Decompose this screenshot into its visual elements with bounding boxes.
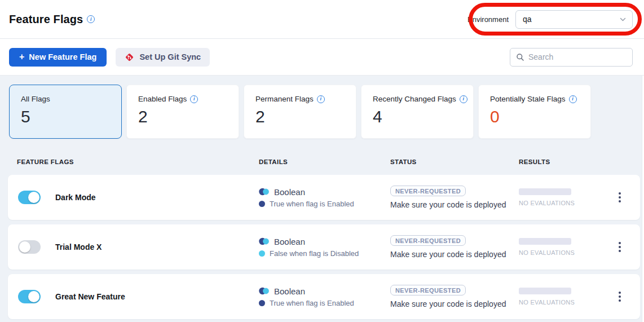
search-input[interactable] (528, 52, 630, 61)
chevron-down-icon (619, 16, 627, 23)
results-text: NO EVALUATIONS (519, 299, 599, 306)
status-cell: NEVER-REQUESTED Make sure your code is d… (390, 186, 519, 209)
status-badge: NEVER-REQUESTED (390, 235, 466, 246)
flag-toggle[interactable] (18, 240, 41, 254)
table-row: Great New Feature Boolean True when flag… (8, 274, 640, 319)
search-icon (516, 53, 524, 61)
stat-card-permanent-flags[interactable]: Permanent Flags i 2 (244, 85, 356, 139)
status-badge: NEVER-REQUESTED (390, 285, 466, 295)
stat-label: Potentially Stale Flags (490, 95, 566, 103)
results-cell: NO EVALUATIONS (519, 288, 599, 306)
flag-detail: False when flag is Disabled (270, 249, 359, 258)
stat-card-all-flags[interactable]: All Flags 5 (9, 85, 122, 139)
stats-row: All Flags 5 Enabled Flags i 2 Permanent … (0, 85, 642, 139)
boolean-type-icon (259, 237, 270, 245)
results-text: NO EVALUATIONS (519, 249, 599, 256)
kebab-menu-icon[interactable] (615, 239, 624, 255)
stat-label: Recently Changed Flags (373, 95, 456, 103)
stat-value: 0 (490, 107, 590, 126)
status-cell: NEVER-REQUESTED Make sure your code is d… (390, 285, 519, 308)
environment-select[interactable]: qa (515, 10, 633, 29)
new-feature-flag-button[interactable]: + New Feature Flag (9, 48, 107, 67)
flag-type: Boolean (274, 187, 305, 197)
results-bar (519, 238, 571, 245)
value-dot-icon (259, 201, 265, 207)
stat-label: Permanent Flags (255, 95, 314, 103)
stat-value: 2 (138, 107, 239, 126)
environment-label: Environment (467, 15, 509, 24)
menu-cell (599, 189, 640, 206)
stat-value: 2 (255, 107, 356, 126)
kebab-menu-icon[interactable] (615, 288, 624, 305)
new-feature-flag-label: New Feature Flag (29, 52, 96, 61)
column-header-status: STATUS (390, 158, 519, 165)
flag-toggle[interactable] (18, 290, 41, 303)
menu-cell (599, 239, 640, 255)
table-header-row: FEATURE FLAGS DETAILS STATUS RESULTS (8, 153, 642, 170)
column-header-details: DETAILS (259, 158, 390, 165)
title-wrap: Feature Flags i (9, 13, 95, 26)
flag-name[interactable]: Dark Mode (55, 193, 96, 202)
status-badge: NEVER-REQUESTED (390, 186, 466, 196)
boolean-type-icon (259, 188, 270, 196)
results-bar (519, 288, 571, 294)
git-sync-button[interactable]: Set Up Git Sync (116, 48, 210, 67)
flag-cell: Dark Mode (8, 191, 259, 204)
status-text: Make sure your code is deployed (390, 200, 506, 209)
environment-picker: Environment qa (467, 10, 633, 29)
details-cell: Boolean True when flag is Enabled (259, 187, 390, 208)
environment-value: qa (523, 15, 532, 24)
flags-table: FEATURE FLAGS DETAILS STATUS RESULTS Dar… (0, 153, 642, 319)
column-header-results: RESULTS (519, 158, 599, 165)
toolbar: + New Feature Flag Set Up Git Sync (0, 39, 644, 76)
results-text: NO EVALUATIONS (519, 200, 599, 206)
plus-icon: + (19, 52, 24, 61)
flag-detail: True when flag is Enabled (270, 200, 354, 208)
stat-card-enabled-flags[interactable]: Enabled Flags i 2 (126, 85, 239, 139)
git-icon (125, 52, 134, 62)
stat-label: Enabled Flags (138, 95, 187, 103)
column-header-spacer (599, 158, 642, 165)
git-sync-label: Set Up Git Sync (139, 52, 201, 61)
status-cell: NEVER-REQUESTED Make sure your code is d… (390, 235, 519, 259)
flag-name[interactable]: Trial Mode X (55, 242, 102, 252)
kebab-menu-icon[interactable] (615, 189, 624, 206)
search-box (510, 48, 633, 67)
info-icon[interactable]: i (317, 95, 325, 103)
stat-card-potentially-stale-flags[interactable]: Potentially Stale Flags i 0 (478, 85, 591, 139)
flag-type: Boolean (274, 237, 305, 246)
info-icon[interactable]: i (190, 95, 198, 103)
content-section: All Flags 5 Enabled Flags i 2 Permanent … (0, 76, 642, 322)
page-title: Feature Flags (9, 13, 83, 26)
column-header-feature-flags: FEATURE FLAGS (8, 158, 259, 165)
header-bar: Feature Flags i Environment qa (0, 0, 644, 39)
table-row: Dark Mode Boolean True when flag is Enab… (8, 175, 640, 220)
status-text: Make sure your code is deployed (390, 250, 506, 259)
stat-value: 4 (373, 107, 473, 126)
details-cell: Boolean False when flag is Disabled (259, 237, 390, 258)
stat-label: All Flags (21, 95, 50, 103)
info-icon[interactable]: i (460, 95, 467, 103)
stat-card-recently-changed-flags[interactable]: Recently Changed Flags i 4 (361, 85, 474, 139)
flag-cell: Trial Mode X (8, 240, 259, 254)
boolean-type-icon (259, 287, 270, 295)
value-dot-icon (259, 250, 265, 257)
results-cell: NO EVALUATIONS (519, 238, 599, 256)
table-row: Trial Mode X Boolean False when flag is … (8, 224, 640, 270)
flag-type: Boolean (274, 286, 305, 296)
feature-flags-page: Feature Flags i Environment qa + New Fea… (0, 0, 644, 322)
info-icon[interactable]: i (87, 15, 95, 23)
stat-value: 5 (21, 107, 121, 126)
value-dot-icon (259, 300, 265, 306)
flag-cell: Great New Feature (8, 290, 259, 303)
flag-detail: True when flag is Enabled (270, 299, 354, 307)
flag-name[interactable]: Great New Feature (55, 292, 125, 301)
flag-toggle[interactable] (18, 191, 41, 204)
status-text: Make sure your code is deployed (390, 299, 506, 308)
results-cell: NO EVALUATIONS (519, 188, 599, 206)
results-bar (519, 188, 571, 195)
info-icon[interactable]: i (569, 95, 577, 103)
details-cell: Boolean True when flag is Enabled (259, 286, 390, 307)
menu-cell (599, 288, 640, 305)
